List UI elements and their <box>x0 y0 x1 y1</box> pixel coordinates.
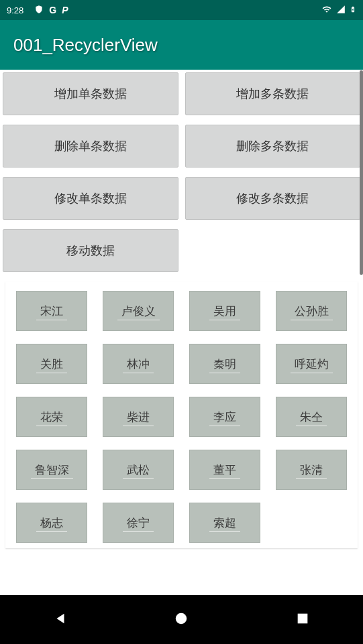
home-button[interactable] <box>174 611 189 629</box>
list-item[interactable]: 李应 <box>189 397 260 437</box>
list-item[interactable]: 朱仝 <box>276 397 347 437</box>
list-item[interactable]: 柴进 <box>103 397 174 437</box>
list-item[interactable]: 武松 <box>103 450 174 490</box>
list-item[interactable]: 徐宁 <box>103 503 174 543</box>
p-icon: P <box>62 5 68 16</box>
button-grid: 增加单条数据 增加多条数据 删除单条数据 删除多条数据 修改单条数据 修改多条数… <box>0 70 363 275</box>
item-label: 张清 <box>300 462 323 478</box>
wifi-icon <box>321 5 332 16</box>
list-item[interactable]: 鲁智深 <box>16 450 87 490</box>
item-label: 秦明 <box>213 357 236 372</box>
item-label: 董平 <box>213 462 236 478</box>
update-single-button[interactable]: 修改单条数据 <box>3 177 178 220</box>
item-label: 杨志 <box>40 515 63 531</box>
list-item[interactable]: 林冲 <box>103 344 174 384</box>
add-multiple-button[interactable]: 增加多条数据 <box>185 72 361 115</box>
status-left: 9:28 G P <box>7 5 68 16</box>
item-label: 柴进 <box>127 409 150 425</box>
back-button[interactable] <box>53 611 68 629</box>
item-label: 徐宁 <box>127 515 150 531</box>
content-area: 增加单条数据 增加多条数据 删除单条数据 删除多条数据 修改单条数据 修改多条数… <box>0 70 363 595</box>
list-item[interactable]: 宋江 <box>16 291 87 331</box>
recent-apps-button[interactable] <box>295 611 310 629</box>
item-label: 公孙胜 <box>295 304 329 319</box>
item-label: 呼延灼 <box>295 357 329 372</box>
item-label: 李应 <box>213 409 236 425</box>
delete-multiple-button[interactable]: 删除多条数据 <box>185 125 361 168</box>
item-label: 林冲 <box>127 357 150 372</box>
item-label: 索超 <box>213 515 236 531</box>
svg-point-0 <box>176 613 187 624</box>
list-item[interactable]: 董平 <box>189 450 260 490</box>
item-label: 花荣 <box>40 409 63 425</box>
list-item[interactable]: 关胜 <box>16 344 87 384</box>
list-item[interactable]: 秦明 <box>189 344 260 384</box>
scrollbar-thumb[interactable] <box>360 70 363 275</box>
move-data-button[interactable]: 移动数据 <box>3 229 178 272</box>
delete-single-button[interactable]: 删除单条数据 <box>3 125 178 168</box>
list-item[interactable]: 吴用 <box>189 291 260 331</box>
g-icon: G <box>49 5 56 16</box>
item-label: 鲁智深 <box>35 462 69 478</box>
item-label: 朱仝 <box>300 409 323 425</box>
item-label: 武松 <box>127 462 150 478</box>
list-item[interactable]: 呼延灼 <box>276 344 347 384</box>
status-right <box>321 4 356 17</box>
status-bar: 9:28 G P <box>0 0 363 20</box>
item-label: 关胜 <box>40 357 63 372</box>
item-label: 卢俊义 <box>121 304 156 319</box>
update-multiple-button[interactable]: 修改多条数据 <box>185 177 361 220</box>
app-bar: 001_RecyclerView <box>0 20 363 70</box>
signal-icon <box>336 5 346 16</box>
item-label: 宋江 <box>40 304 63 319</box>
list-item[interactable]: 张清 <box>276 450 347 490</box>
battery-icon <box>350 4 356 17</box>
list-item[interactable]: 花荣 <box>16 397 87 437</box>
add-single-button[interactable]: 增加单条数据 <box>3 72 178 115</box>
item-label: 吴用 <box>213 304 236 319</box>
status-left-icons-group: G P <box>34 5 68 16</box>
navigation-bar <box>0 595 363 644</box>
list-item[interactable]: 杨志 <box>16 503 87 543</box>
svg-rect-1 <box>297 613 307 623</box>
list-item[interactable]: 公孙胜 <box>276 291 347 331</box>
list-item[interactable]: 索超 <box>189 503 260 543</box>
app-title: 001_RecyclerView <box>13 35 158 56</box>
recycler-view[interactable]: 宋江 卢俊义 吴用 公孙胜 关胜 林冲 秦明 呼延灼 花荣 柴进 李应 朱仝 鲁… <box>5 281 358 548</box>
shield-icon <box>34 5 44 16</box>
list-item[interactable]: 卢俊义 <box>103 291 174 331</box>
status-time: 9:28 <box>7 5 23 15</box>
